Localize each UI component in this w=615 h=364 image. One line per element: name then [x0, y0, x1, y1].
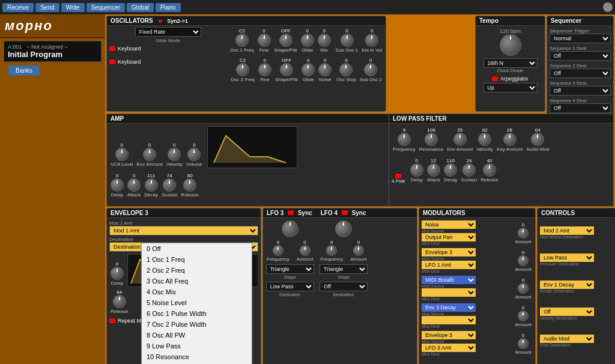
osc-slop-knob[interactable] — [339, 63, 353, 76]
menu-item-6[interactable]: 6 Osc 1 Pulse Width — [142, 308, 252, 319]
sub-osc2-knob[interactable] — [364, 63, 377, 76]
mod2-amount-knob[interactable] — [518, 255, 529, 266]
seq1-dest-select[interactable]: Off — [550, 51, 611, 61]
menu-item-5[interactable]: 5 Noise Level — [142, 297, 252, 308]
clock-divide-select[interactable]: 16th N — [483, 58, 538, 68]
ctrl3-dest-select[interactable]: Env 1 Decay — [540, 281, 594, 289]
lpf-attack-knob[interactable] — [427, 163, 440, 177]
osc1-glide-knob[interactable] — [301, 34, 314, 47]
mod5-source-select[interactable]: Envelope 3 — [422, 331, 476, 339]
sequencer-button[interactable]: Sequencer — [86, 3, 125, 12]
osc2-glide-knob[interactable] — [301, 63, 315, 76]
osc2-freq-knob[interactable] — [236, 63, 249, 76]
glide-mode-select[interactable]: Fixed Rate — [135, 27, 201, 37]
menu-item-0[interactable]: 0 Off — [142, 243, 252, 254]
sub-osc1-knob[interactable] — [341, 34, 354, 47]
global-button[interactable]: Global — [127, 3, 154, 12]
arp-mode-select[interactable]: Up — [483, 83, 538, 93]
ext-in-vol-knob[interactable] — [365, 34, 378, 47]
menu-item-8[interactable]: 8 Osc All PW — [142, 330, 252, 341]
mod3-dest-select[interactable] — [422, 288, 476, 297]
seq4-dest-select[interactable]: Off — [550, 103, 611, 113]
mod1-amount-knob[interactable] — [518, 228, 529, 238]
lfo4-knob[interactable] — [335, 220, 352, 237]
env3-delay-knob[interactable] — [111, 267, 124, 280]
lpf-title: LOW PASS FILTER — [389, 114, 613, 124]
lfo3-freq-knob[interactable] — [273, 245, 283, 256]
osc2-noise-knob[interactable] — [318, 63, 332, 76]
ctrl1-dest-select[interactable]: Mod 2 Amt — [540, 226, 594, 235]
menu-item-2[interactable]: 2 Osc 2 Freq — [142, 265, 252, 276]
receive-button[interactable]: Receive — [2, 3, 34, 12]
menu-item-4[interactable]: 4 Osc Mix — [142, 287, 252, 297]
lfo4-amount-knob[interactable] — [353, 245, 364, 256]
ctrl4-dest-select[interactable]: Off — [540, 308, 594, 316]
lpf-key-amount-knob[interactable] — [503, 133, 517, 146]
osc1-shapepw-knob[interactable] — [279, 34, 292, 47]
lfo3-knob[interactable] — [282, 220, 298, 237]
top-bar: Receive Send Write Sequencer Global Pian… — [0, 0, 615, 14]
lfo3-shape-select[interactable]: Triangle — [266, 264, 314, 274]
ctrl5-dest-select[interactable]: Audio Mod — [540, 335, 594, 343]
lpf-velocity-knob[interactable] — [478, 133, 491, 146]
ctrl2-dest-select[interactable]: Low Pass — [540, 253, 594, 262]
menu-item-9[interactable]: 9 Low Pass — [142, 341, 252, 351]
lpf-env-amount-knob[interactable] — [453, 133, 467, 146]
lpf-frequency-knob[interactable] — [398, 133, 411, 146]
mod5-amount-knob[interactable] — [518, 338, 529, 349]
env3-release-knob[interactable] — [113, 295, 126, 308]
lpf-resonance-knob[interactable] — [425, 133, 438, 146]
mod1-dest-select[interactable]: Output Pan — [422, 233, 476, 241]
mod2-dest-select[interactable]: LFO 1 Amt — [422, 261, 476, 269]
amp-sustain-knob[interactable] — [163, 178, 176, 192]
amp-velocity-knob[interactable] — [168, 148, 181, 161]
env3-mod1-select[interactable]: Mod 1 Amt — [109, 226, 258, 235]
mod2-source-select[interactable]: Envelope 3 — [422, 248, 476, 256]
lfo3-controls: 0 Frequency 0 Amount Triangle Shape Low … — [265, 220, 314, 297]
seq3-dest-select[interactable]: Off — [550, 86, 611, 96]
osc1-freq-knob[interactable] — [235, 34, 249, 47]
send-button[interactable]: Send — [35, 3, 59, 12]
lpf-decay-knob[interactable] — [444, 163, 457, 177]
lfo4-freq-knob[interactable] — [326, 245, 337, 256]
context-menu[interactable]: 0 Off 1 Osc 1 Freq 2 Osc 2 Freq 3 Osc Al… — [141, 243, 252, 364]
lpf-release-knob[interactable] — [483, 163, 496, 177]
vca-level-knob[interactable] — [115, 148, 129, 161]
osc1-fine-knob[interactable] — [258, 34, 271, 47]
lfo4-shape-select[interactable]: Triangle — [320, 264, 368, 274]
piano-button[interactable]: Piano — [156, 3, 181, 12]
mod1-source-select[interactable]: Noise — [422, 220, 476, 229]
mod3-amount-knob[interactable] — [518, 283, 529, 294]
osc2-fine-knob[interactable] — [258, 63, 271, 76]
lfo3-amount-knob[interactable] — [300, 245, 311, 256]
menu-item-1[interactable]: 1 Osc 1 Freq — [142, 254, 252, 265]
osc2-shapepw-knob[interactable] — [280, 63, 293, 76]
menu-item-7[interactable]: 7 Osc 2 Pulse Width — [142, 319, 252, 330]
lpf-delay-knob[interactable] — [410, 163, 423, 177]
write-button[interactable]: Write — [61, 3, 85, 12]
lfo4-dest-select[interactable]: Off — [320, 282, 368, 291]
tempo-knob[interactable] — [500, 34, 521, 56]
banks-button[interactable]: Banks — [8, 65, 40, 76]
amp-env-amount-knob[interactable] — [143, 148, 156, 161]
amp-delay-knob[interactable] — [111, 178, 124, 192]
mod4-amount-knob[interactable] — [518, 311, 529, 321]
amp-attack-knob[interactable] — [127, 178, 141, 192]
mod3-source-select[interactable]: MIDI Breath — [422, 276, 476, 284]
menu-item-10[interactable]: 10 Resonance — [142, 351, 252, 362]
seq-trigger-select[interactable]: Normal — [550, 34, 611, 43]
mod4-source-select[interactable]: Env 3 Decay — [422, 303, 476, 312]
lfo3-dest-select[interactable]: Low Pass — [266, 282, 314, 291]
menu-item-3[interactable]: 3 Osc All Freq — [142, 276, 252, 287]
tempo-title: Tempo — [476, 16, 545, 26]
amp-release-knob[interactable] — [183, 178, 196, 192]
seq2-dest-select[interactable]: Off — [550, 68, 611, 78]
mod4-dest-select[interactable] — [422, 316, 476, 324]
amp-volume-knob[interactable] — [187, 148, 201, 161]
lpf-sustain-knob[interactable] — [462, 163, 476, 177]
osc1-mix-knob[interactable] — [318, 34, 331, 47]
amp-decay-knob[interactable] — [145, 178, 158, 192]
lpf-audio-mod: 64 Audio Mod — [526, 127, 549, 152]
lpf-audio-mod-knob[interactable] — [531, 133, 544, 146]
mod5-dest-select[interactable]: LFO 3 Amt — [422, 344, 476, 352]
